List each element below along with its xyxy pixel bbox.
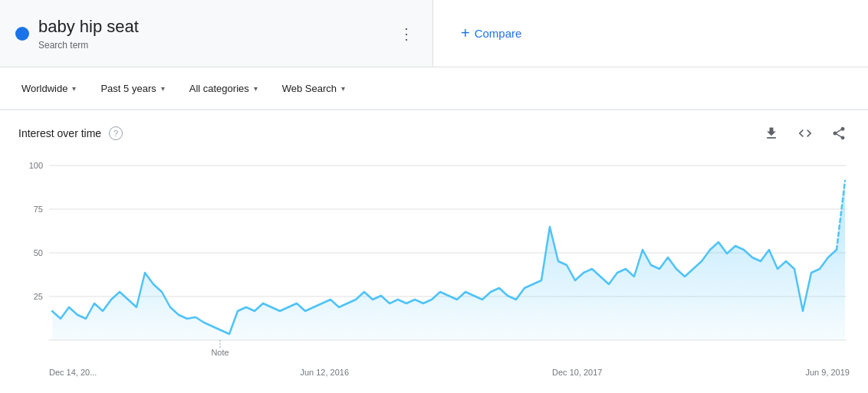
period-label: Past 5 years bbox=[100, 83, 156, 94]
period-filter[interactable]: Past 5 years ▾ bbox=[91, 78, 173, 99]
search-term-section: baby hip seat Search term ⋮ bbox=[0, 0, 433, 67]
category-arrow: ▾ bbox=[254, 84, 258, 93]
share-icon bbox=[831, 126, 847, 141]
embed-icon bbox=[797, 126, 813, 141]
svg-text:Note: Note bbox=[211, 348, 229, 357]
search-type-filter[interactable]: Web Search ▾ bbox=[273, 78, 354, 99]
svg-text:25: 25 bbox=[34, 292, 43, 301]
svg-text:50: 50 bbox=[34, 248, 43, 257]
search-type-arrow: ▾ bbox=[341, 84, 345, 93]
more-options-button[interactable]: ⋮ bbox=[393, 18, 420, 49]
period-arrow: ▾ bbox=[161, 84, 165, 93]
x-label-2: Jun 12, 2016 bbox=[300, 368, 349, 377]
search-term-title: baby hip seat bbox=[38, 16, 139, 38]
x-label-4: Jun 9, 2019 bbox=[805, 368, 850, 377]
x-axis-labels: Dec 14, 20... Jun 12, 2016 Dec 10, 2017 … bbox=[18, 365, 850, 377]
x-label-1: Dec 14, 20... bbox=[49, 368, 97, 377]
compare-section: + Compare bbox=[433, 0, 868, 67]
compare-button[interactable]: + Compare bbox=[452, 18, 531, 48]
blue-dot bbox=[15, 27, 29, 41]
chart-title-group: Interest over time ? bbox=[18, 126, 123, 140]
search-type-label: Web Search bbox=[282, 83, 337, 94]
embed-button[interactable] bbox=[794, 123, 816, 144]
x-label-3: Dec 10, 2017 bbox=[552, 368, 602, 377]
chart-container: 100 75 50 25 Note bbox=[18, 150, 850, 365]
category-label: All categories bbox=[189, 83, 249, 94]
svg-text:100: 100 bbox=[29, 161, 43, 170]
help-icon[interactable]: ? bbox=[109, 126, 123, 140]
region-arrow: ▾ bbox=[72, 84, 76, 93]
chart-actions bbox=[761, 123, 850, 144]
chart-title: Interest over time bbox=[18, 127, 101, 139]
search-term-text: baby hip seat Search term bbox=[38, 16, 139, 51]
region-filter[interactable]: Worldwide ▾ bbox=[12, 78, 85, 99]
search-term-subtitle: Search term bbox=[38, 40, 139, 51]
region-label: Worldwide bbox=[21, 83, 67, 94]
chart-section: Interest over time ? bbox=[0, 110, 868, 377]
svg-text:75: 75 bbox=[34, 205, 43, 214]
help-icon-text: ? bbox=[113, 129, 118, 138]
compare-label: Compare bbox=[475, 27, 522, 40]
chart-header: Interest over time ? bbox=[18, 123, 850, 144]
download-icon bbox=[764, 126, 779, 141]
category-filter[interactable]: All categories ▾ bbox=[180, 78, 267, 99]
filters-bar: Worldwide ▾ Past 5 years ▾ All categorie… bbox=[0, 67, 868, 110]
share-button[interactable] bbox=[828, 123, 850, 144]
compare-plus-icon: + bbox=[461, 25, 470, 42]
more-options-icon: ⋮ bbox=[399, 25, 414, 43]
trend-chart: 100 75 50 25 Note bbox=[18, 150, 850, 365]
header-bar: baby hip seat Search term ⋮ + Compare bbox=[0, 0, 868, 67]
download-button[interactable] bbox=[761, 123, 782, 144]
